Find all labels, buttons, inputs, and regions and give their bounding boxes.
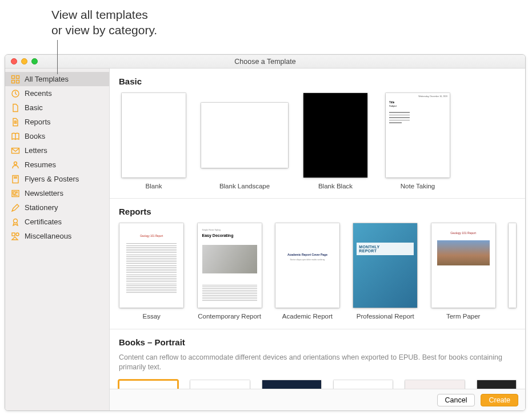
sidebar-item-resumes[interactable]: Resumes bbox=[5, 158, 109, 172]
template-partial[interactable] bbox=[509, 223, 516, 308]
svg-rect-3 bbox=[17, 80, 19, 83]
thumb-pretitle: Simple Home Styling bbox=[202, 229, 221, 231]
section-heading-books: Books – Portrait bbox=[110, 329, 525, 352]
section-heading-reports: Reports bbox=[110, 199, 525, 221]
template-thumbnail: MONTHLY REPORT bbox=[353, 223, 417, 308]
section-heading-basic: Basic bbox=[110, 69, 525, 91]
sidebar-item-label: Certificates bbox=[25, 217, 62, 226]
template-label: Term Paper bbox=[446, 312, 480, 320]
svg-rect-1 bbox=[17, 75, 19, 78]
callout-line bbox=[57, 40, 58, 74]
template-thumbnail: Simple Home Styling Easy Decorating bbox=[198, 223, 262, 308]
sidebar-item-label: Flyers & Posters bbox=[25, 175, 79, 183]
sidebar-item-books[interactable]: Books bbox=[5, 129, 109, 143]
sidebar-item-label: Recents bbox=[25, 89, 52, 98]
doc-icon bbox=[11, 103, 20, 112]
template-essay[interactable]: Geology 101 Report Essay bbox=[119, 223, 184, 320]
template-label: Essay bbox=[143, 312, 161, 320]
create-button[interactable]: Create bbox=[481, 394, 518, 406]
svg-point-9 bbox=[14, 219, 18, 223]
sidebar-item-label: Stationery bbox=[25, 203, 58, 212]
svg-rect-0 bbox=[12, 75, 15, 78]
thumb-date: Wednesday, December 16, 2019 bbox=[418, 95, 447, 98]
sidebar-item-label: Letters bbox=[25, 146, 47, 155]
window-body: All Templates Recents Basic Reports bbox=[5, 69, 525, 410]
template-thumbnail bbox=[122, 93, 186, 178]
misc-icon bbox=[11, 232, 20, 241]
sidebar-item-flyers[interactable]: Flyers & Posters bbox=[5, 172, 109, 186]
svg-rect-2 bbox=[12, 80, 15, 83]
sidebar-item-stationery[interactable]: Stationery bbox=[5, 200, 109, 215]
template-contemporary-report[interactable]: Simple Home Styling Easy Decorating Cont… bbox=[197, 223, 262, 320]
zoom-window-button[interactable] bbox=[31, 58, 38, 65]
template-blank-black[interactable]: Blank Black bbox=[301, 93, 370, 190]
minimize-window-button[interactable] bbox=[21, 58, 27, 65]
clock-icon bbox=[11, 89, 20, 98]
template-scroll-area[interactable]: Basic Blank Blank Landscape Blank Black bbox=[110, 69, 525, 410]
template-note-taking[interactable]: Wednesday, December 16, 2019 Title Subje… bbox=[383, 93, 453, 190]
template-thumbnail: Wednesday, December 16, 2019 Title Subje… bbox=[386, 93, 450, 178]
sidebar-item-reports[interactable]: Reports bbox=[5, 115, 109, 129]
thumb-title-block: MONTHLY REPORT bbox=[357, 243, 414, 255]
svg-rect-10 bbox=[12, 233, 15, 236]
thumb-image bbox=[202, 245, 257, 273]
template-thumbnail: Geology 101 Report bbox=[119, 223, 183, 308]
thumb-title: Geology 101 Report bbox=[431, 231, 495, 235]
thumb-title: Academic Report Cover Page bbox=[275, 253, 339, 256]
close-window-button[interactable] bbox=[11, 58, 17, 65]
template-term-paper[interactable]: Geology 101 Report Term Paper bbox=[431, 223, 496, 320]
sidebar-item-basic[interactable]: Basic bbox=[5, 100, 109, 115]
template-thumbnail bbox=[201, 103, 288, 168]
cancel-button[interactable]: Cancel bbox=[437, 394, 475, 406]
template-academic-report[interactable]: Academic Report Cover Page Sector aliqua… bbox=[275, 223, 340, 320]
sidebar-item-recents[interactable]: Recents bbox=[5, 86, 109, 100]
sidebar-item-miscellaneous[interactable]: Miscellaneous bbox=[5, 229, 109, 243]
thumb-title: Geology 101 Report bbox=[126, 235, 177, 237]
template-label: Blank Black bbox=[318, 182, 353, 190]
window-controls bbox=[5, 58, 38, 65]
thumb-title: Title bbox=[389, 101, 394, 104]
template-row-reports: Geology 101 Report Essay Simple Home Sty… bbox=[110, 221, 525, 329]
dialog-footer: Cancel Create bbox=[110, 389, 525, 410]
sidebar-item-label: Resumes bbox=[25, 160, 56, 169]
sidebar-item-label: Reports bbox=[25, 118, 51, 126]
section-subtitle-books: Content can reflow to accommodate differ… bbox=[110, 352, 525, 377]
pencil-icon bbox=[11, 203, 20, 212]
template-thumbnail: Academic Report Cover Page Sector aliqua… bbox=[275, 223, 339, 308]
sidebar-item-label: Newsletters bbox=[25, 189, 63, 198]
template-label: Professional Report bbox=[357, 312, 414, 320]
thumb-lines bbox=[202, 284, 257, 302]
sidebar-item-certificates[interactable]: Certificates bbox=[5, 215, 109, 229]
thumb-line2: REPORT bbox=[359, 249, 411, 253]
thumb-lines bbox=[389, 110, 410, 125]
sidebar-item-newsletters[interactable]: Newsletters bbox=[5, 186, 109, 200]
svg-point-6 bbox=[14, 162, 17, 164]
template-professional-report[interactable]: MONTHLY REPORT Professional Report bbox=[353, 223, 418, 320]
person-icon bbox=[11, 160, 20, 170]
sidebar-item-label: Miscellaneous bbox=[25, 232, 71, 240]
svg-point-11 bbox=[16, 233, 19, 236]
sidebar-item-label: Basic bbox=[25, 103, 43, 112]
titlebar: Choose a Template bbox=[5, 55, 525, 69]
doc-lines-icon bbox=[11, 118, 20, 127]
template-label: Blank bbox=[146, 182, 162, 190]
thumb-subtitle: Sector aliqua quis dolor mattis sceleroy bbox=[275, 259, 339, 261]
thumb-lines bbox=[126, 243, 177, 293]
sidebar-item-letters[interactable]: Letters bbox=[5, 143, 109, 158]
newspaper-icon bbox=[11, 189, 20, 198]
thumb-line1: MONTHLY bbox=[359, 245, 411, 249]
category-sidebar: All Templates Recents Basic Reports bbox=[5, 69, 110, 410]
template-thumbnail: Geology 101 Report bbox=[431, 223, 495, 308]
ribbon-icon bbox=[11, 217, 20, 227]
window-title: Choose a Template bbox=[5, 58, 525, 66]
template-label: Contemporary Report bbox=[198, 312, 261, 320]
callout-annotation: View all templates or view by category. bbox=[51, 7, 157, 38]
template-chooser-window: Choose a Template All Templates Recents … bbox=[5, 54, 526, 411]
template-label: Academic Report bbox=[282, 312, 333, 320]
thumb-title: Easy Decorating bbox=[202, 233, 234, 237]
template-blank[interactable]: Blank bbox=[119, 93, 189, 190]
template-blank-landscape[interactable]: Blank Landscape bbox=[201, 93, 288, 190]
template-thumbnail bbox=[303, 93, 367, 178]
poster-icon bbox=[11, 175, 20, 184]
template-label: Blank Landscape bbox=[219, 182, 270, 190]
